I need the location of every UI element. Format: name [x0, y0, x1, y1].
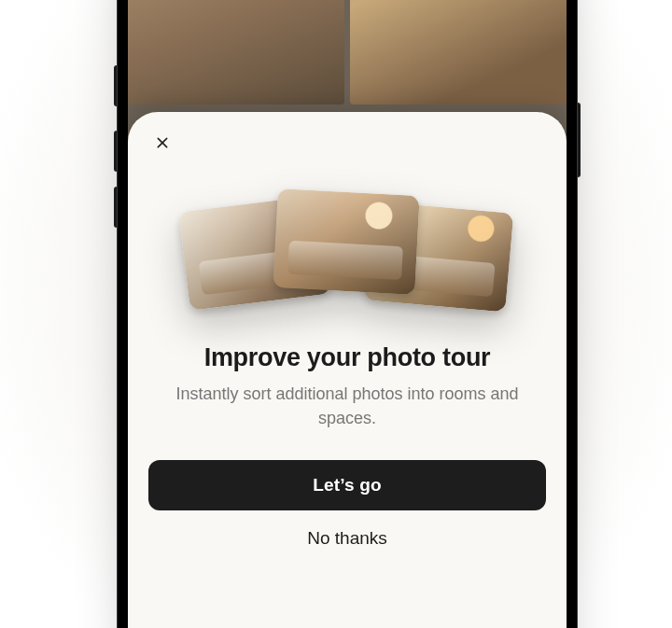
lets-go-button[interactable]: Let’s go: [148, 460, 546, 510]
collage-photo-living-room: [273, 188, 419, 295]
photo-collage: [184, 179, 511, 319]
phone-screen: Improve your photo tour Instantly sort a…: [128, 0, 567, 628]
background-photo: [128, 0, 344, 105]
close-button[interactable]: [148, 129, 176, 157]
no-thanks-button[interactable]: No thanks: [148, 514, 546, 563]
modal-subtitle: Instantly sort additional photos into ro…: [173, 382, 522, 430]
phone-frame: Improve your photo tour Instantly sort a…: [117, 0, 578, 628]
modal-actions: Let’s go No thanks: [148, 460, 546, 563]
modal-title: Improve your photo tour: [154, 343, 540, 372]
bottom-sheet: Improve your photo tour Instantly sort a…: [128, 112, 567, 628]
background-photo: [350, 0, 567, 105]
close-icon: [155, 135, 170, 150]
